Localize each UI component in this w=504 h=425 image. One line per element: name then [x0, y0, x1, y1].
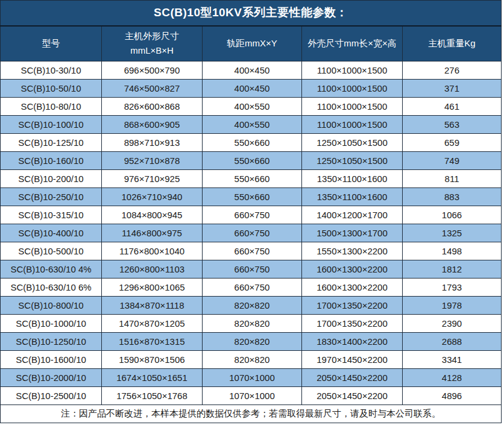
table-row: SC(B)10-800/101384×870×1118820×8201700×1…: [1, 297, 502, 315]
table-row: SC(B)10-630/10 6%1296×800×1065660×750160…: [1, 279, 502, 297]
table-row: SC(B)10-1000/101470×870×1205820×8201700×…: [1, 315, 502, 333]
cell: 1350×1100×1600: [302, 188, 403, 206]
cell: 371: [403, 80, 502, 98]
cell: 1978: [403, 297, 502, 315]
column-header: 外壳尺寸mm长×宽×高: [302, 26, 403, 61]
cell: 660×750: [203, 206, 302, 224]
table-note: 注：因产品不断改进，本样本提供的数据仅供参考；若需取得最新尺寸，请及时与本公司联…: [1, 405, 502, 423]
cell: 1325: [403, 224, 502, 242]
cell: 811: [403, 170, 502, 188]
cell: SC(B)10-630/10 4%: [1, 260, 102, 279]
cell: 883: [403, 188, 502, 206]
cell: 276: [403, 61, 502, 80]
cell: 696×500×790: [102, 61, 203, 80]
cell: 1600×1300×2200: [302, 260, 403, 279]
cell: 400×450: [203, 80, 302, 98]
column-header: 型号: [1, 26, 102, 61]
cell: 2390: [403, 315, 502, 333]
cell: 550×660: [203, 134, 302, 152]
cell: 563: [403, 116, 502, 134]
column-header-label: 型号: [1, 36, 101, 51]
cell: 1590×870×1506: [102, 351, 203, 369]
table-body: SC(B)10-30/10696×500×790400×4501100×1000…: [1, 61, 502, 405]
table-row: SC(B)10-2500/101756×1050×17681070×100020…: [1, 387, 502, 405]
cell: 660×750: [203, 260, 302, 279]
header-row: 型号主机外形尺寸mmL×B×H轨距mmX×Y外壳尺寸mm长×宽×高主机重量Kg: [1, 26, 502, 61]
cell: 1350×1100×1600: [302, 170, 403, 188]
cell: SC(B)10-2000/10: [1, 369, 102, 387]
cell: 3341: [403, 351, 502, 369]
cell: 400×550: [203, 98, 302, 116]
cell: 1498: [403, 242, 502, 260]
cell: 820×820: [203, 351, 302, 369]
cell: SC(B)10-1600/10: [1, 351, 102, 369]
cell: 1793: [403, 279, 502, 297]
cell: 1970×1450×2200: [302, 351, 403, 369]
cell: 1250×1050×1500: [302, 152, 403, 170]
page: SC(B)10型10KV系列主要性能参数： 型号主机外形尺寸mmL×B×H轨距m…: [0, 0, 504, 425]
cell: 1100×1000×1500: [302, 116, 403, 134]
cell: 1100×1000×1500: [302, 98, 403, 116]
cell: 660×750: [203, 279, 302, 297]
cell: 400×450: [203, 61, 302, 80]
column-header-sublabel: mmL×B×H: [102, 43, 202, 58]
column-header-label: 主机重量Kg: [403, 36, 501, 51]
cell: 461: [403, 98, 502, 116]
spec-table: SC(B)10型10KV系列主要性能参数： 型号主机外形尺寸mmL×B×H轨距m…: [0, 0, 502, 423]
cell: 4128: [403, 369, 502, 387]
cell: 1812: [403, 260, 502, 279]
cell: 1500×1300×1700: [302, 224, 403, 242]
table-row: SC(B)10-315/101084×800×945660×7501400×12…: [1, 206, 502, 224]
table-row: SC(B)10-1600/101590×870×1506820×8201970×…: [1, 351, 502, 369]
cell: 1070×1000: [203, 369, 302, 387]
cell: 1260×800×1103: [102, 260, 203, 279]
cell: 898×710×913: [102, 134, 203, 152]
cell: SC(B)10-800/10: [1, 297, 102, 315]
cell: 1176×800×1040: [102, 242, 203, 260]
cell: 550×660: [203, 188, 302, 206]
cell: 550×660: [203, 170, 302, 188]
cell: 1400×1200×1700: [302, 206, 403, 224]
table-row: SC(B)10-250/101026×710×940550×6601350×11…: [1, 188, 502, 206]
table-row: SC(B)10-500/101176×800×1040660×7501550×1…: [1, 242, 502, 260]
table-row: SC(B)10-400/101146×800×975660×7501500×13…: [1, 224, 502, 242]
cell: 2050×1450×2200: [302, 369, 403, 387]
cell: SC(B)10-160/10: [1, 152, 102, 170]
cell: SC(B)10-1000/10: [1, 315, 102, 333]
column-header: 主机外形尺寸mmL×B×H: [102, 26, 203, 61]
column-header-label: 主机外形尺寸: [102, 29, 202, 43]
table-row: SC(B)10-630/10 4%1260×800×1103660×750160…: [1, 260, 502, 279]
cell: SC(B)10-500/10: [1, 242, 102, 260]
cell: 1674×1050×1651: [102, 369, 203, 387]
cell: SC(B)10-1250/10: [1, 333, 102, 351]
cell: 2688: [403, 333, 502, 351]
table-row: SC(B)10-80/10826×600×868400×5501100×1000…: [1, 98, 502, 116]
cell: 976×710×925: [102, 170, 203, 188]
table-row: SC(B)10-125/10898×710×913550×6601250×105…: [1, 134, 502, 152]
cell: SC(B)10-100/10: [1, 116, 102, 134]
cell: 1700×1350×2200: [302, 315, 403, 333]
table-row: SC(B)10-50/10746×500×827400×4501100×1000…: [1, 80, 502, 98]
cell: 550×660: [203, 152, 302, 170]
table-row: SC(B)10-30/10696×500×790400×4501100×1000…: [1, 61, 502, 80]
cell: 1084×800×945: [102, 206, 203, 224]
cell: SC(B)10-200/10: [1, 170, 102, 188]
table-row: SC(B)10-1250/101516×870×1315820×8201830×…: [1, 333, 502, 351]
table-row: SC(B)10-200/10976×710×925550×6601350×110…: [1, 170, 502, 188]
cell: 1066: [403, 206, 502, 224]
cell: 1516×870×1315: [102, 333, 203, 351]
cell: 868×600×905: [102, 116, 203, 134]
table-row: SC(B)10-160/10952×710×878550×6601250×105…: [1, 152, 502, 170]
cell: 1100×1000×1500: [302, 80, 403, 98]
cell: SC(B)10-30/10: [1, 61, 102, 80]
cell: 1146×800×975: [102, 224, 203, 242]
cell: SC(B)10-125/10: [1, 134, 102, 152]
column-header: 主机重量Kg: [403, 26, 502, 61]
cell: SC(B)10-50/10: [1, 80, 102, 98]
cell: 1700×1350×2200: [302, 297, 403, 315]
cell: 2050×1450×2200: [302, 387, 403, 405]
cell: 820×820: [203, 315, 302, 333]
cell: 1296×800×1065: [102, 279, 203, 297]
cell: 1384×870×1118: [102, 297, 203, 315]
table-row: SC(B)10-2000/101674×1050×16511070×100020…: [1, 369, 502, 387]
